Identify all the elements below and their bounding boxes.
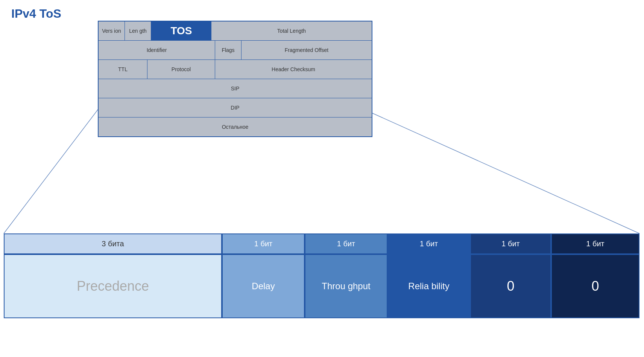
tos-body-precedence: Precedence [4,254,222,318]
page-title: IPv4 ToS [11,7,61,21]
tos-header-reliability: 1 бит [387,233,470,254]
tos-body-zero1: 0 [470,254,551,318]
cell-other: Остальное [99,117,372,136]
cell-protocol: Protocol [147,60,215,79]
packet-row-3: TTL Protocol Header Checksum [99,60,372,79]
tos-breakdown: 3 бита 1 бит 1 бит 1 бит 1 бит 1 бит Pre… [4,233,639,318]
tos-header-zero1: 1 бит [470,233,551,254]
tos-header-precedence: 3 бита [4,233,222,254]
cell-frag-offset: Fragmented Offset [242,41,372,60]
packet-diagram: Vers ion Len gth TOS Total Length Identi… [98,21,372,137]
packet-row-4: SIP [99,79,372,98]
cell-header-checksum: Header Checksum [215,60,372,79]
packet-row-1: Vers ion Len gth TOS Total Length [99,21,372,41]
cell-version: Vers ion [99,21,125,40]
cell-dip: DIP [99,98,372,117]
cell-tos: TOS [151,21,211,40]
cell-ihl: Len gth [125,21,151,40]
cell-flags: Flags [215,41,242,60]
packet-row-6: Остальное [99,117,372,136]
cell-ttl: TTL [99,60,147,79]
tos-header-zero2: 1 бит [551,233,639,254]
cell-total-length: Total Length [211,21,372,40]
tos-body-reliability: Relia bility [387,254,470,318]
tos-header-throughput: 1 бит [305,233,387,254]
tos-body-throughput: Throu ghput [305,254,387,318]
packet-row-2: Identifier Flags Fragmented Offset [99,41,372,60]
tos-header-delay: 1 бит [222,233,305,254]
tos-body-row: Precedence Delay Throu ghput Relia bilit… [4,254,639,318]
cell-sip: SIP [99,79,372,98]
packet-row-5: DIP [99,98,372,117]
tos-header-row: 3 бита 1 бит 1 бит 1 бит 1 бит 1 бит [4,233,639,254]
tos-body-delay: Delay [222,254,305,318]
cell-identifier: Identifier [99,41,215,60]
tos-body-zero2: 0 [551,254,639,318]
